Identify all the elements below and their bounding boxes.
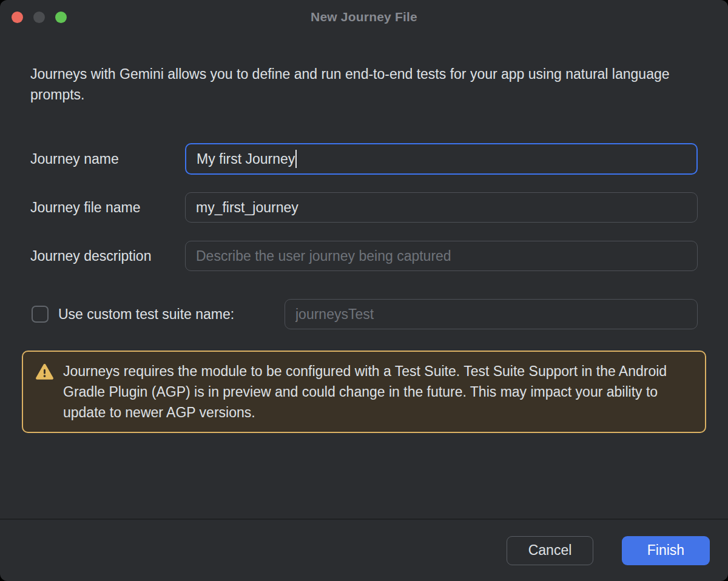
journey-description-row: Journey description [30,241,698,271]
journey-name-label: Journey name [30,151,185,167]
zoom-button[interactable] [55,12,67,23]
button-bar: Cancel Finish [0,520,728,581]
journey-name-value: My first Journey [197,151,295,167]
traffic-lights [12,0,67,34]
text-caret [295,150,297,168]
custom-test-suite-row: Use custom test suite name: [30,299,698,329]
journey-name-input[interactable]: My first Journey [185,143,698,175]
warning-triangle-icon [35,363,54,381]
journey-file-name-row: Journey file name [30,192,698,223]
new-journey-file-dialog: New Journey File Journeys with Gemini al… [0,0,728,581]
close-button[interactable] [12,12,23,23]
dialog-content: Journeys with Gemini allows you to defin… [0,64,728,433]
journey-name-row: Journey name My first Journey [30,143,698,175]
window-title: New Journey File [311,10,417,24]
finish-button[interactable]: Finish [622,536,710,565]
warning-banner: Journeys requires the module to be confi… [22,351,706,433]
journey-file-name-input[interactable] [185,192,698,223]
custom-test-suite-input[interactable] [285,299,698,329]
custom-test-suite-label: Use custom test suite name: [58,306,234,323]
journey-description-label: Journey description [30,248,185,264]
journey-description-input[interactable] [185,241,698,271]
title-bar[interactable]: New Journey File [0,0,728,34]
cancel-button[interactable]: Cancel [507,536,593,565]
minimize-button[interactable] [33,12,45,23]
journey-file-name-label: Journey file name [30,200,185,216]
custom-test-suite-checkbox[interactable] [32,306,49,323]
warning-text: Journeys requires the module to be confi… [63,361,693,423]
dialog-description: Journeys with Gemini allows you to defin… [30,64,689,105]
